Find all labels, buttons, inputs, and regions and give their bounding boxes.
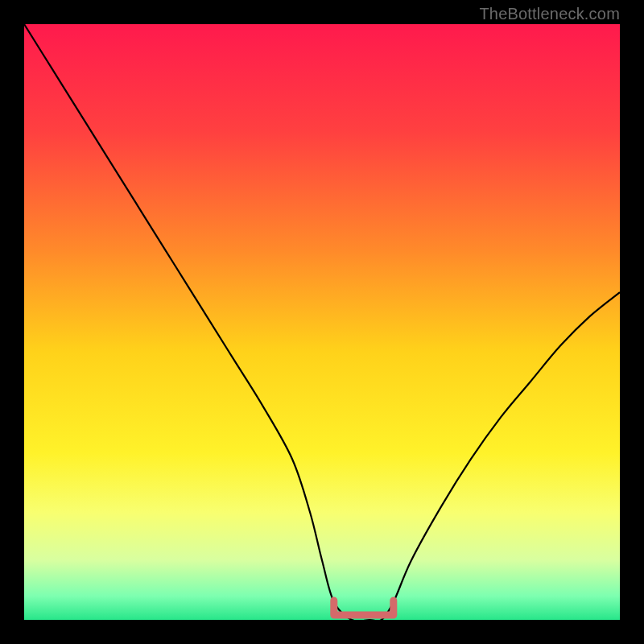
curve-layer (24, 24, 620, 620)
bottleneck-curve (24, 24, 620, 620)
optimal-range-marker (334, 601, 394, 615)
watermark-text: TheBottleneck.com (479, 5, 620, 23)
plot-area (24, 24, 620, 620)
chart-frame: TheBottleneck.com (0, 0, 644, 644)
